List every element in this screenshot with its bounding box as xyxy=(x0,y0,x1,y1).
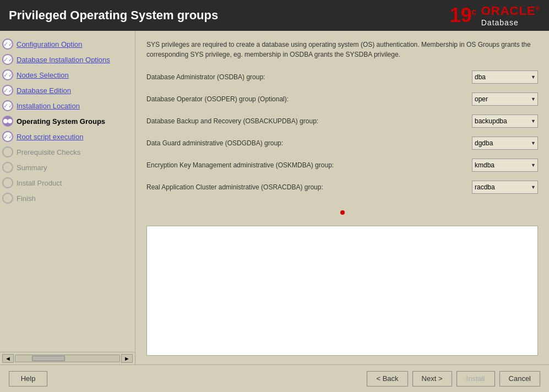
step-indicator-nodes-selection: ✓ xyxy=(2,69,13,80)
help-button[interactable]: Help xyxy=(9,371,47,386)
form-section: Database Administrator (OSDBA) group:dba… xyxy=(146,70,538,194)
sidebar-item-label-database-installation-options: Database Installation Options xyxy=(17,56,110,64)
header: Privileged Operating System groups 19c O… xyxy=(0,0,549,31)
select-osbackupdba[interactable]: dbaoperbackupdbadgdbakmdbaracdba xyxy=(472,115,538,128)
form-row-osdgdba: Data Guard administrative (OSDGDBA) grou… xyxy=(146,137,538,150)
select-osdba[interactable]: dbaoperbackupdbadgdbakmdbaracdba xyxy=(472,70,538,84)
sidebar-item-finish: Finish xyxy=(0,190,135,206)
step-indicator-root-script-execution: ✓ xyxy=(2,131,13,142)
sidebar-item-label-configuration-option: Configuration Option xyxy=(17,40,82,48)
sidebar-scroll-right[interactable]: ► xyxy=(121,354,133,363)
sidebar-item-label-summary: Summary xyxy=(17,164,47,172)
status-dot xyxy=(340,210,345,215)
sidebar-item-label-root-script-execution: Root script execution xyxy=(17,133,83,141)
step-indicator-summary xyxy=(2,162,13,173)
form-label-osdgdba: Data Guard administrative (OSDGDBA) grou… xyxy=(146,139,472,147)
page-title: Privileged Operating System groups xyxy=(9,8,218,23)
step-indicator-finish xyxy=(2,193,13,204)
oracle-logo: 19c ORACLE® Database xyxy=(450,4,540,27)
install-button: Install xyxy=(456,371,495,386)
message-box xyxy=(146,226,538,356)
step-indicator-database-installation-options: ✓ xyxy=(2,54,13,65)
sidebar-item-operating-system-groups[interactable]: Operating System Groups xyxy=(0,113,135,129)
description-text: SYS privileges are required to create a … xyxy=(146,40,538,59)
sidebar-item-installation-location[interactable]: ✓Installation Location xyxy=(0,98,135,113)
form-label-oskmdba: Encryption Key Management administrative… xyxy=(146,161,472,169)
select-wrapper-oskmdba: dbaoperbackupdbadgdbakmdbaracdba xyxy=(472,159,538,172)
sidebar-item-install-product: Install Product xyxy=(0,175,135,190)
form-label-osracdba: Real Application Cluster administrative … xyxy=(146,183,472,191)
sidebar-item-root-script-execution[interactable]: ✓Root script execution xyxy=(0,129,135,144)
select-wrapper-osdgdba: dbaoperbackupdbadgdbakmdbaracdba xyxy=(472,137,538,150)
next-button[interactable]: Next > xyxy=(412,371,452,386)
sidebar-item-prerequisite-checks: Prerequisite Checks xyxy=(0,144,135,160)
sidebar: ✓Configuration Option✓Database Installat… xyxy=(0,31,135,364)
select-osdgdba[interactable]: dbaoperbackupdbadgdbakmdbaracdba xyxy=(472,137,538,150)
oracle-brand: ORACLE® xyxy=(481,4,540,18)
sidebar-item-label-nodes-selection: Nodes Selection xyxy=(17,71,69,79)
scrollbar-thumb[interactable] xyxy=(32,356,65,361)
select-oskmdba[interactable]: dbaoperbackupdbadgdbakmdbaracdba xyxy=(472,159,538,172)
step-indicator-operating-system-groups xyxy=(2,116,13,127)
step-indicator-database-edition: ✓ xyxy=(2,85,13,96)
step-indicator-installation-location: ✓ xyxy=(2,100,13,111)
form-label-osdba: Database Administrator (OSDBA) group: xyxy=(146,73,472,81)
sidebar-item-label-installation-location: Installation Location xyxy=(17,102,80,110)
form-row-oskmdba: Encryption Key Management administrative… xyxy=(146,159,538,172)
select-wrapper-osoper: dbaoperbackupdbadgdbakmdbaracdba xyxy=(472,92,538,106)
content-area: SYS privileges are required to create a … xyxy=(135,31,549,364)
back-button[interactable]: < Back xyxy=(367,371,407,386)
select-wrapper-osdba: dbaoperbackupdbadgdbakmdbaracdba xyxy=(472,70,538,84)
select-osracdba[interactable]: dbaoperbackupdbadgdbakmdbaracdba xyxy=(472,181,538,194)
sidebar-scroll-left[interactable]: ◄ xyxy=(2,354,14,363)
footer-left: Help xyxy=(9,371,47,386)
sidebar-item-label-finish: Finish xyxy=(17,194,36,203)
form-label-osoper: Database Operator (OSOPER) group (Option… xyxy=(146,95,472,103)
select-osoper[interactable]: dbaoperbackupdbadgdbakmdbaracdba xyxy=(472,92,538,106)
form-row-osbackupdba: Database Backup and Recovery (OSBACKUPDB… xyxy=(146,115,538,128)
oracle-db-label: Database xyxy=(481,18,519,27)
cancel-button[interactable]: Cancel xyxy=(499,371,540,386)
sidebar-nav: ✓Configuration Option✓Database Installat… xyxy=(0,36,135,206)
oracle-version: 19c xyxy=(450,4,477,27)
sidebar-item-configuration-option[interactable]: ✓Configuration Option xyxy=(0,36,135,52)
form-row-osoper: Database Operator (OSOPER) group (Option… xyxy=(146,92,538,106)
sidebar-item-label-database-edition: Database Edition xyxy=(17,86,71,95)
step-indicator-configuration-option: ✓ xyxy=(2,39,13,50)
sidebar-item-summary: Summary xyxy=(0,160,135,175)
main-container: ✓Configuration Option✓Database Installat… xyxy=(0,31,549,364)
oracle-text: ORACLE® Database xyxy=(481,4,540,27)
form-label-osbackupdba: Database Backup and Recovery (OSBACKUPDB… xyxy=(146,117,472,125)
form-row-osdba: Database Administrator (OSDBA) group:dba… xyxy=(146,70,538,84)
sidebar-item-database-edition[interactable]: ✓Database Edition xyxy=(0,83,135,98)
footer: Help < Back Next > Install Cancel xyxy=(0,364,549,392)
step-indicator-prerequisite-checks xyxy=(2,146,13,157)
sidebar-item-database-installation-options[interactable]: ✓Database Installation Options xyxy=(0,52,135,67)
sidebar-item-label-operating-system-groups: Operating System Groups xyxy=(17,117,105,126)
form-row-osracdba: Real Application Cluster administrative … xyxy=(146,181,538,194)
sidebar-item-label-install-product: Install Product xyxy=(17,179,62,187)
step-indicator-install-product xyxy=(2,177,13,188)
footer-right: < Back Next > Install Cancel xyxy=(367,371,540,386)
sidebar-item-label-prerequisite-checks: Prerequisite Checks xyxy=(17,148,80,156)
sidebar-item-nodes-selection[interactable]: ✓Nodes Selection xyxy=(0,67,135,83)
select-wrapper-osbackupdba: dbaoperbackupdbadgdbakmdbaracdba xyxy=(472,115,538,128)
select-wrapper-osracdba: dbaoperbackupdbadgdbakmdbaracdba xyxy=(472,181,538,194)
